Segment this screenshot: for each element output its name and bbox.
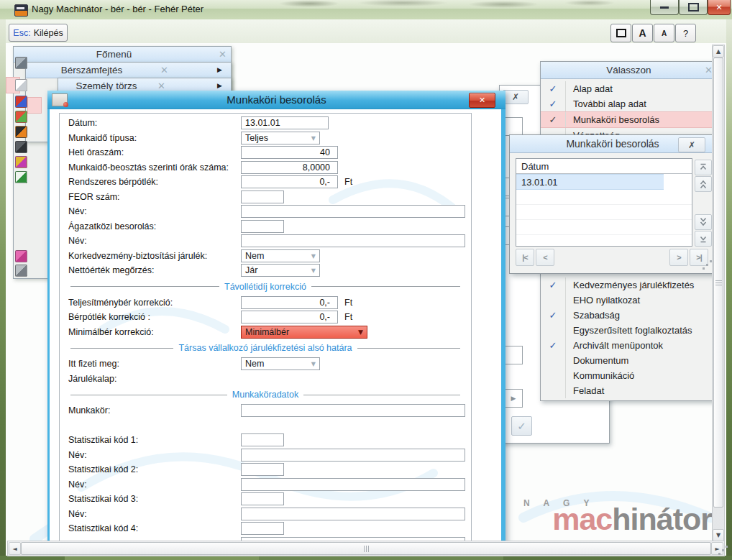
form-row: Teljesítménybér korrekció:Ft [60, 295, 471, 311]
field-input[interactable] [241, 146, 338, 159]
list-item[interactable]: ✓További alap adat [541, 96, 717, 111]
resize-grip-icon[interactable] [706, 264, 708, 266]
field-input[interactable] [241, 161, 338, 174]
list-item[interactable]: Egyszerűsített foglalkoztatás [541, 323, 717, 338]
esc-exit-button[interactable]: Esc: Kilépés [9, 24, 68, 42]
close-button[interactable]: ✗ [503, 90, 529, 104]
scroll-left-icon[interactable]: ◄ [9, 542, 21, 555]
field-input[interactable] [241, 311, 338, 323]
field-dropdown[interactable]: Teljes▼ [241, 132, 320, 144]
form-field-box[interactable] [504, 346, 523, 364]
flower-icon[interactable] [15, 250, 27, 262]
vertical-scrollbar[interactable]: ▲ ▼ [712, 45, 725, 542]
scroll-up-icon[interactable]: ▲ [713, 45, 724, 58]
section-label: Munkaköradatok [232, 390, 298, 400]
horizontal-scrollbar[interactable]: ◄ ► [7, 541, 725, 556]
frame-button[interactable] [610, 24, 631, 42]
field-input[interactable] [241, 433, 284, 446]
scroll-pageup-button[interactable] [695, 176, 712, 192]
field-dropdown[interactable]: Nem▼ [241, 249, 320, 262]
table-row[interactable]: 13.01.01 [516, 174, 664, 190]
scroll-right-icon[interactable]: ► [711, 542, 723, 555]
nav-prev-button[interactable]: < [536, 249, 554, 266]
vertical-scroll-thumb[interactable] [713, 58, 723, 508]
table-row-empty[interactable] [516, 190, 692, 205]
field-input[interactable] [241, 116, 329, 129]
minimize-button[interactable] [650, 0, 679, 15]
field-label: Statisztikai kód 3: [68, 494, 241, 504]
field-input[interactable] [241, 492, 284, 505]
field-dropdown[interactable]: Minimálbér▼ [241, 326, 367, 339]
check-icon: ✓ [541, 277, 566, 293]
minimize-icon [660, 6, 669, 9]
list-item[interactable]: Dokumentum [541, 353, 717, 368]
table-row-empty[interactable] [516, 220, 692, 235]
select-panel-header[interactable]: Válasszon ✕ [541, 62, 717, 79]
list-item[interactable]: ✓Kedvezményes járulékfizetés [541, 277, 717, 293]
dropdown-value: Minimálbér [245, 327, 289, 337]
field-input[interactable] [241, 508, 465, 520]
field-input[interactable] [241, 296, 338, 309]
field-input[interactable] [241, 478, 465, 491]
document-icon[interactable] [15, 79, 27, 91]
play-arrow-box[interactable]: ▶ [504, 389, 523, 408]
font-small-button[interactable]: A [654, 24, 674, 42]
field-input[interactable] [241, 463, 284, 476]
help-label: ? [683, 28, 688, 39]
curved-arrow-icon[interactable] [15, 57, 27, 69]
close-icon[interactable]: ✕ [216, 48, 229, 60]
menu-window-berszamfejtes-header[interactable]: Bérszámfejtés ✕ ▶ [26, 63, 231, 78]
window-resize-grip-icon[interactable] [722, 549, 724, 551]
help-button[interactable]: ? [675, 24, 696, 42]
gear-icon[interactable] [15, 265, 27, 277]
list-item[interactable]: ✓Alap adat [541, 81, 717, 96]
scroll-last-button[interactable] [695, 231, 712, 247]
font-large-button[interactable]: A [632, 24, 653, 42]
field-input[interactable] [241, 522, 284, 535]
form-row: Munkaidő típusa:Teljes▼ [60, 131, 471, 146]
table-row-empty[interactable] [516, 205, 692, 220]
scroll-down-icon[interactable]: ▼ [713, 529, 724, 541]
list-item[interactable]: Kommunikáció [541, 368, 717, 383]
form-row: Itt fizeti meg:Nem▼ [60, 357, 471, 372]
field-input[interactable] [241, 234, 465, 247]
field-input[interactable] [241, 175, 338, 188]
flag-icon[interactable] [15, 96, 27, 108]
field-input[interactable] [241, 449, 465, 462]
scroll-first-button[interactable] [695, 160, 712, 175]
list-item[interactable]: Feladat [541, 383, 717, 398]
confirm-check-button[interactable]: ✓ [511, 416, 532, 436]
printer-icon[interactable] [15, 141, 27, 153]
field-input[interactable] [241, 205, 465, 218]
list-item[interactable]: ✓Archivált menüpontok [541, 338, 717, 353]
nav-next-button[interactable]: > [669, 249, 688, 266]
list-item[interactable]: EHO nyilatkozat [541, 293, 717, 308]
list-item[interactable]: ✓Szabadság [541, 308, 717, 323]
close-button[interactable]: ✕ [469, 93, 495, 108]
list-item[interactable]: ✓Munkaköri besorolás [541, 111, 717, 128]
horizontal-scroll-thumb[interactable] [21, 542, 711, 555]
dialog-titlebar[interactable]: Munkaköri besorolás ✕ [47, 91, 505, 109]
phone-icon[interactable] [15, 126, 27, 138]
nav-first-button[interactable]: |< [516, 249, 534, 266]
ball-icon[interactable] [15, 156, 27, 168]
close-button[interactable]: ✗ [678, 137, 705, 152]
maximize-button[interactable] [679, 0, 708, 15]
close-button[interactable]: ✕ [708, 0, 731, 15]
field-dropdown[interactable]: Jár▼ [241, 264, 320, 277]
app-titlebar: Nagy Machinátor - bér - bér - Fehér Péte… [0, 0, 732, 20]
field-dropdown[interactable]: Nem▼ [241, 357, 320, 370]
list-item-label: Feladat [566, 385, 604, 396]
record-column-header[interactable]: Dátum [516, 159, 692, 174]
form-row: Munkakör: [60, 403, 471, 418]
dollar-icon[interactable] [15, 171, 27, 183]
form-field-box[interactable] [504, 117, 523, 136]
scroll-pagedown-button[interactable] [695, 214, 712, 230]
field-input[interactable] [241, 404, 465, 417]
palette-icon[interactable] [15, 111, 27, 123]
field-input[interactable] [241, 191, 284, 203]
table-row-empty[interactable] [516, 235, 692, 250]
close-icon[interactable]: ✕ [157, 64, 171, 76]
field-input[interactable] [241, 220, 284, 233]
form-row: Statisztikai kód 2: [60, 462, 471, 477]
